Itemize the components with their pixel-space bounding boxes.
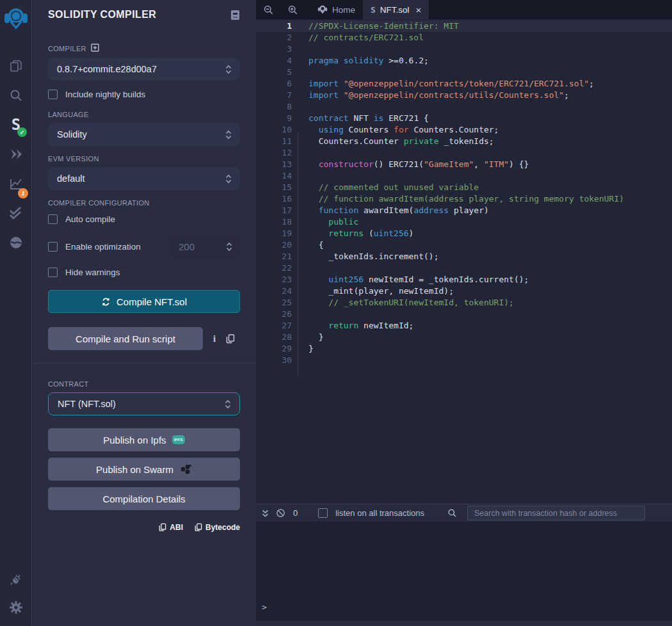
terminal-search-icon — [447, 508, 457, 518]
sourcify-icon[interactable] — [0, 229, 32, 256]
line-number: 13 — [256, 159, 292, 170]
line-number: 25 — [256, 297, 292, 309]
code-line[interactable]: 12 — [256, 147, 672, 159]
tab-nft-sol[interactable]: S NFT.sol × — [363, 0, 429, 19]
search-icon[interactable] — [0, 82, 32, 109]
code-line[interactable]: 27 return newItemId; — [256, 320, 672, 332]
copy-bytecode-button[interactable]: Bytecode — [195, 523, 240, 532]
copy-icon[interactable] — [226, 334, 235, 344]
listen-transactions-label[interactable]: listen on all transactions — [335, 508, 424, 518]
terminal-header: 0 listen on all transactions — [256, 504, 672, 522]
compiler-version-select[interactable]: 0.8.7+commit.e28d00a7 — [48, 58, 240, 81]
code-line[interactable]: 2// contracts/ERC721.sol — [256, 32, 672, 44]
code-line[interactable]: 22 — [256, 262, 672, 274]
line-number: 26 — [256, 309, 292, 320]
select-arrows-icon — [225, 174, 232, 184]
code-line[interactable]: 3 — [256, 44, 672, 55]
evm-version-select[interactable]: default — [48, 167, 240, 190]
code-line[interactable]: 8 — [256, 101, 672, 113]
code-line[interactable]: 29} — [256, 343, 672, 355]
compile-button[interactable]: Compile NFT.sol — [48, 290, 240, 313]
section-divider — [33, 363, 256, 364]
listen-transactions-checkbox[interactable] — [318, 508, 328, 518]
auto-compile-label[interactable]: Auto compile — [65, 214, 115, 224]
hide-warnings-label[interactable]: Hide warnings — [65, 268, 120, 277]
enable-optimization-label[interactable]: Enable optimization — [65, 242, 141, 252]
unit-testing-icon[interactable] — [0, 200, 32, 227]
compilation-details-button[interactable]: Compilation Details — [48, 487, 240, 510]
line-number: 22 — [256, 262, 292, 274]
publish-swarm-button[interactable]: Publish on Swarm — [48, 458, 240, 481]
contract-value: NFT (NFT.sol) — [58, 399, 116, 409]
remix-logo[interactable] — [0, 4, 32, 35]
code-line[interactable]: 19 returns (uint256) — [256, 228, 672, 239]
code-line[interactable]: 20 { — [256, 239, 672, 251]
terminal-search-input[interactable] — [467, 506, 645, 520]
solidity-file-icon: S — [371, 5, 376, 15]
code-line[interactable]: 9contract NFT is ERC721 { — [256, 113, 672, 124]
indent-guide — [298, 132, 298, 376]
code-line[interactable]: 17 function awardItem(address player) — [256, 205, 672, 216]
code-line[interactable]: 24 _mint(player, newItemId); — [256, 285, 672, 297]
code-line[interactable]: 5 — [256, 67, 672, 78]
solidity-compiler-icon[interactable]: S ✓ — [0, 111, 32, 138]
line-number: 17 — [256, 205, 292, 216]
enable-optimization-checkbox[interactable] — [48, 242, 58, 252]
code-line[interactable]: 1//SPDX-License-Identifier: MIT — [256, 20, 672, 32]
tab-home[interactable]: Home — [310, 0, 363, 19]
code-line[interactable]: 15 // commented out unused variable — [256, 182, 672, 193]
optimization-runs-input[interactable] — [179, 241, 217, 252]
line-number: 8 — [256, 101, 292, 113]
code-line[interactable]: 11 Counters.Counter private _tokenIds; — [256, 136, 672, 147]
code-line[interactable]: 30 — [256, 355, 672, 366]
code-line[interactable]: 4pragma solidity >=0.6.2; — [256, 55, 672, 67]
file-explorer-icon[interactable] — [0, 52, 32, 79]
terminal: 0 listen on all transactions > — [256, 504, 672, 626]
plugin-manager-icon[interactable] — [0, 566, 32, 593]
nightly-builds-checkbox[interactable] — [48, 90, 58, 99]
code-line[interactable]: 14 — [256, 170, 672, 182]
terminal-prompt: > — [262, 602, 267, 612]
settings-icon[interactable] — [0, 594, 32, 621]
add-compiler-icon[interactable] — [91, 44, 99, 53]
code-line[interactable]: 10 using Counters for Counters.Counter; — [256, 124, 672, 136]
code-editor[interactable]: 1//SPDX-License-Identifier: MIT2// contr… — [256, 19, 672, 504]
language-select[interactable]: Solidity — [48, 123, 240, 146]
static-analysis-icon[interactable]: 1 — [0, 170, 32, 197]
line-number: 27 — [256, 320, 292, 332]
code-line[interactable]: 6import "@openzeppelin/contracts/token/E… — [256, 78, 672, 90]
zoom-in-icon[interactable] — [280, 0, 305, 19]
terminal-footer-strip — [256, 621, 672, 626]
compile-and-run-button[interactable]: Compile and Run script — [48, 327, 203, 350]
terminal-output[interactable]: > — [256, 522, 672, 621]
line-number: 5 — [256, 67, 292, 78]
code-line[interactable]: 25 // _setTokenURI(newItemId, tokenURI); — [256, 297, 672, 309]
line-number: 19 — [256, 228, 292, 239]
deploy-and-run-icon[interactable] — [0, 141, 32, 168]
hide-warnings-checkbox[interactable] — [48, 268, 58, 277]
stepper-arrows-icon[interactable] — [226, 242, 232, 252]
code-line[interactable]: 16 // function awardItem(address player,… — [256, 193, 672, 205]
collapse-terminal-icon[interactable] — [261, 509, 269, 518]
code-line[interactable]: 7import "@openzeppelin/contracts/utils/C… — [256, 90, 672, 101]
line-number: 3 — [256, 44, 292, 55]
select-arrows-icon — [225, 65, 232, 74]
auto-compile-checkbox[interactable] — [48, 214, 58, 224]
code-line[interactable]: 21 _tokenIds.increment(); — [256, 251, 672, 262]
copy-abi-button[interactable]: ABI — [159, 523, 183, 532]
code-line[interactable]: 13 constructor() ERC721("GameItem", "ITM… — [256, 159, 672, 170]
code-line[interactable]: 23 uint256 newItemId = _tokenIds.current… — [256, 274, 672, 285]
ipfs-icon: IPFS — [172, 435, 185, 444]
contract-select[interactable]: NFT (NFT.sol) — [48, 392, 240, 415]
info-icon[interactable]: i — [213, 333, 216, 344]
zoom-out-icon[interactable] — [256, 0, 280, 19]
clear-console-icon[interactable] — [276, 508, 285, 518]
close-tab-icon[interactable]: × — [416, 4, 422, 15]
code-line[interactable]: 26 — [256, 309, 672, 320]
code-line[interactable]: 28 } — [256, 332, 672, 343]
nightly-builds-label[interactable]: Include nightly builds — [65, 90, 145, 99]
publish-ipfs-button[interactable]: Publish on Ipfs IPFS — [48, 428, 240, 451]
code-line[interactable]: 18 public — [256, 216, 672, 228]
documentation-icon[interactable] — [230, 10, 240, 20]
line-number: 12 — [256, 147, 292, 159]
